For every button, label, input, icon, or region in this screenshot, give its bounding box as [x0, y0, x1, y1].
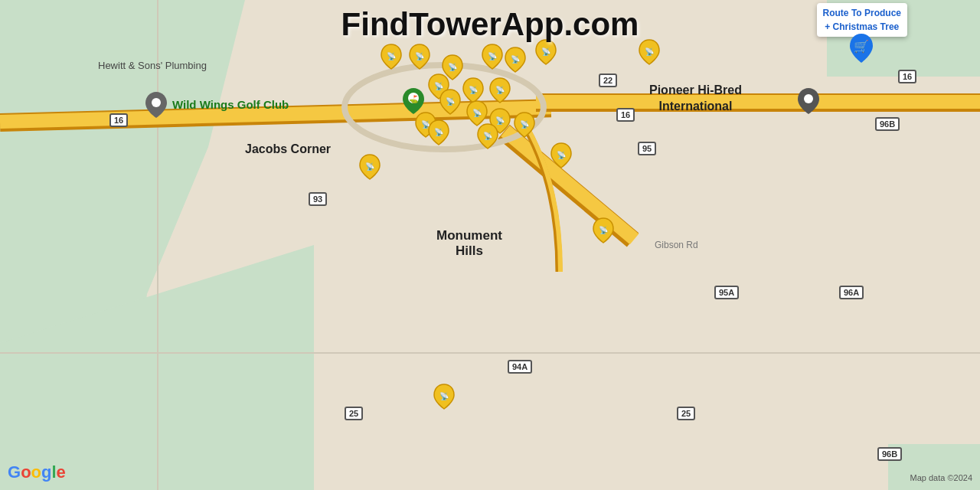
badge-22: 22 [599, 74, 617, 87]
label-monument: MonumentHills [436, 228, 502, 259]
poi-card-text: Route To Produce+ Christmas Tree [823, 8, 901, 32]
badge-16c: 16 [898, 70, 916, 83]
label-jacobs: Jacobs Corner [245, 142, 331, 156]
svg-point-2 [152, 98, 161, 107]
label-wildwings: Wild Wings Golf Club [172, 98, 289, 111]
badge-96a: 96A [839, 286, 864, 299]
poi-card-route-produce[interactable]: Route To Produce+ Christmas Tree [817, 3, 907, 37]
google-logo: Google [8, 462, 66, 482]
pioneer-pin[interactable] [798, 88, 819, 117]
badge-16a: 16 [109, 113, 128, 127]
badge-16b: 16 [616, 108, 635, 122]
wild-wings-pin[interactable] [145, 92, 167, 121]
badge-25a: 25 [345, 407, 363, 420]
badge-96b-top: 96B [875, 117, 900, 131]
cart-pin[interactable]: 🛒 [848, 34, 874, 66]
badge-93: 93 [309, 192, 327, 206]
map-data-text: Map data ©2024 [910, 473, 973, 482]
label-gibson: Gibson Rd [655, 240, 698, 250]
map-container: FindTowerApp.com Route To Produce+ Chris… [0, 0, 980, 490]
highway-ne-main [536, 95, 980, 109]
label-pioneer: Pioneer Hi-BredInternational [649, 83, 742, 115]
site-title: FindTowerApp.com [341, 6, 639, 43]
south-curve-road [498, 119, 651, 272]
badge-25b: 25 [677, 407, 695, 420]
svg-point-5 [804, 94, 813, 103]
badge-95: 95 [638, 142, 656, 155]
svg-text:🛒: 🛒 [854, 39, 869, 54]
golf-club-pin[interactable]: ⛳ [403, 88, 424, 117]
badge-96b-bot: 96B [877, 447, 902, 461]
road-minor-h [0, 352, 980, 354]
badge-94a: 94A [508, 360, 532, 374]
road-minor-v [157, 0, 158, 490]
badge-95a: 95A [714, 286, 739, 299]
svg-text:⛳: ⛳ [409, 94, 419, 104]
label-hewitt: Hewitt & Sons' Plumbing [98, 60, 207, 71]
